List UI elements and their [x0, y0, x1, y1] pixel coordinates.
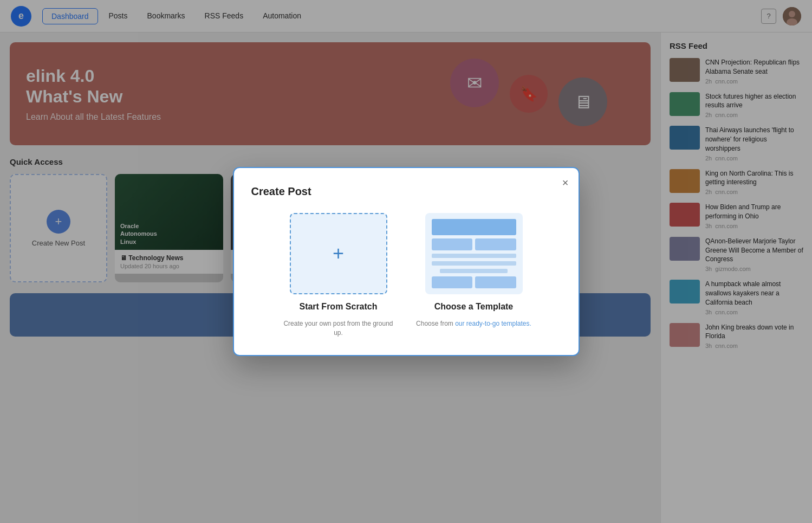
- template-line2: [432, 261, 516, 266]
- template-block-right: [475, 238, 516, 250]
- scratch-desc: Create your own post from the ground up.: [279, 319, 398, 338]
- scratch-option[interactable]: + Start From Scratch Create your own pos…: [279, 213, 398, 338]
- modal-close-button[interactable]: ×: [562, 177, 569, 189]
- template-desc: Choose from our ready-to-go templates.: [416, 319, 531, 328]
- modal-options: + Start From Scratch Create your own pos…: [251, 213, 561, 338]
- template-header-block: [432, 219, 516, 235]
- template-line3: [440, 269, 508, 273]
- template-title: Choose a Template: [434, 302, 514, 312]
- template-link[interactable]: our ready-to-go templates.: [455, 320, 531, 327]
- template-card: [425, 213, 523, 294]
- create-post-modal: Create Post × + Start From Scratch Creat…: [233, 167, 580, 356]
- scratch-plus-icon: +: [333, 242, 344, 265]
- scratch-title: Start From Scratch: [299, 302, 377, 312]
- scratch-card: +: [290, 213, 387, 294]
- template-block-left2: [432, 276, 473, 288]
- modal-title: Create Post: [251, 185, 561, 198]
- template-line1: [432, 254, 516, 258]
- template-row1: [432, 238, 516, 250]
- template-row2: [432, 276, 516, 288]
- modal-overlay[interactable]: Create Post × + Start From Scratch Creat…: [0, 0, 812, 523]
- template-option[interactable]: Choose a Template Choose from our ready-…: [414, 213, 534, 338]
- template-block-right2: [475, 276, 516, 288]
- template-block-left: [432, 238, 473, 250]
